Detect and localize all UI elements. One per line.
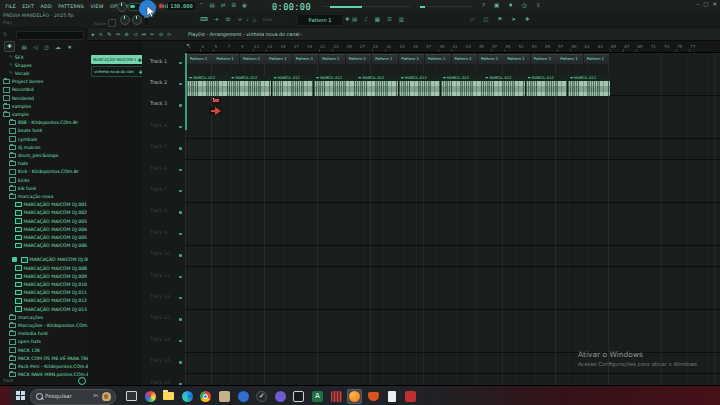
app-bowl[interactable] [366, 389, 381, 404]
minimize-button[interactable]: – [696, 1, 699, 7]
browser-item[interactable]: MARCAÇÃO MAICOM DJ 003 [15, 217, 87, 225]
task-view[interactable] [124, 389, 139, 404]
pattern-clip[interactable]: Pattern 1 [187, 54, 213, 64]
browser-item[interactable]: MARCAÇÃO MAICOM DJ 007 [21, 256, 93, 264]
midi-clip-red-1[interactable] [212, 98, 221, 105]
pattern-clip[interactable]: Pattern 1 [240, 54, 266, 64]
browser-item[interactable]: beats funk [9, 127, 42, 135]
add-panel-icon[interactable]: ✚ [525, 16, 530, 22]
browser-item[interactable]: MARCAÇÃO MAICOM DJ 002 [15, 209, 87, 217]
app-blue[interactable] [236, 389, 251, 404]
track-mute-led[interactable] [179, 83, 182, 86]
add-pattern-button[interactable]: ✚ [345, 16, 350, 22]
monitor-icon[interactable]: ▤ [210, 2, 215, 8]
browser-item[interactable]: MARCAÇÃO MAICOM DJ 012 [15, 297, 87, 305]
browser-item[interactable]: marcação nova [9, 192, 53, 200]
pattern-clip[interactable]: Pattern 1 [372, 54, 398, 64]
countdown-icon[interactable]: △ [253, 16, 257, 22]
track-mute-led[interactable] [179, 318, 182, 321]
track-mute-led[interactable] [179, 190, 182, 193]
app-red-dot[interactable] [403, 389, 418, 404]
browser-tab-add[interactable]: ✚ [4, 41, 15, 52]
browser-item[interactable]: dj malcon [9, 143, 40, 151]
track-mute-led[interactable] [179, 211, 182, 214]
browser-item[interactable]: MARCAÇÃO MAICOM DJ 004 [15, 225, 87, 233]
maximize-button[interactable]: ▢ [703, 1, 708, 7]
audio-clip[interactable]: ≡ MARCA..012 [568, 75, 610, 96]
save-icon[interactable]: ▣ [494, 2, 499, 8]
main-volume-knob[interactable] [117, 2, 127, 12]
browser-scroll-arrows-icon[interactable]: ⇅ [3, 31, 8, 37]
bpm-display[interactable]: 130.000 [168, 2, 195, 10]
pattern-clip[interactable]: Pattern 1 [266, 54, 292, 64]
browser-item[interactable]: MARCAÇÃO MAICOM DJ 010 [15, 280, 87, 288]
picker-item-audio[interactable]: vinheta nova do can ✚ [91, 66, 145, 77]
paint-tool-icon[interactable]: ✑ [116, 31, 120, 37]
pattern-clip[interactable]: Pattern 1 [399, 54, 425, 64]
browser-item[interactable]: PACK 12K [9, 346, 40, 354]
app-red-tile[interactable] [329, 389, 344, 404]
timeline-ruler[interactable]: ▸ 13579111315171921232527293133353739414… [185, 41, 720, 53]
mute-tool-icon[interactable]: ◁ [133, 31, 137, 37]
help-icon[interactable]: ? [482, 2, 485, 8]
audio-clip[interactable]: ≡ MARCA..012 [314, 75, 356, 96]
browser-tab-audio[interactable]: ◁ [33, 44, 37, 50]
browser-item[interactable]: Project bones [3, 78, 43, 86]
slice-tool-icon[interactable]: ✂ [150, 31, 154, 37]
mixer-icon[interactable]: ☰ [387, 16, 392, 22]
browser-item[interactable]: MARCAÇÃO MAICOM DJ 009 [15, 272, 87, 280]
discord[interactable] [273, 389, 288, 404]
browser-item[interactable]: samples [3, 102, 31, 110]
multilink-icon[interactable]: ⇄ [221, 2, 226, 8]
track-mute-led[interactable] [179, 147, 182, 150]
app-beige[interactable] [217, 389, 232, 404]
snap-selector[interactable]: Line [263, 17, 272, 22]
slip-tool-icon[interactable]: ↔ [142, 31, 146, 37]
marker-icon[interactable]: ⚑ [497, 16, 502, 22]
browser-item[interactable]: hats [9, 160, 28, 168]
track-mute-led[interactable] [179, 104, 182, 107]
browser-item[interactable]: MARCAÇÃO MAICOM DJ 005 [15, 233, 87, 241]
audio-clip[interactable]: ≡ MARCA..012 [229, 75, 271, 96]
audio-clip[interactable]: ≡ MARCA..012 [187, 75, 229, 96]
audio-clip[interactable]: ≡ MARCA..012 [272, 75, 314, 96]
session-icon[interactable]: ◉ [242, 2, 247, 8]
browser-item[interactable]: sample [3, 110, 29, 118]
browser-item[interactable]: ∿SFX [9, 53, 24, 61]
start-button[interactable] [16, 391, 25, 400]
browser-toggle-icon[interactable]: ▥ [399, 16, 404, 22]
tap-tempo-icon[interactable]: ◫ [483, 16, 488, 22]
edge[interactable] [180, 389, 195, 404]
piano-roll-icon[interactable]: ♪ [364, 16, 368, 22]
designer[interactable] [143, 389, 158, 404]
browser-item[interactable]: PACK COM OS ME.VÊ PARA TRAP [9, 354, 92, 362]
browser-item[interactable]: MARCAÇÃO MAICOM DJ 013 [15, 305, 87, 313]
browser-item[interactable]: drum_perc&loops [9, 151, 58, 159]
close-button[interactable]: ✕ [712, 1, 717, 7]
browser-item[interactable]: cymbals [9, 135, 37, 143]
track-mute-led[interactable] [179, 340, 182, 343]
menu-view[interactable]: VIEW [87, 4, 107, 9]
recording-icon[interactable]: ♦ [508, 2, 513, 8]
pattern-clip[interactable]: Pattern 1 [504, 54, 530, 64]
track-mute-led[interactable] [179, 62, 182, 65]
play-button-mini-icon[interactable] [108, 19, 116, 27]
browser-search-input[interactable] [16, 31, 84, 40]
track-mute-led[interactable] [179, 297, 182, 300]
typing-keyboard-icon[interactable]: ⌨ [200, 16, 208, 22]
preview-tool-icon[interactable]: ▷ [168, 31, 172, 37]
track-mute-led[interactable] [179, 126, 182, 129]
fl-studio[interactable] [347, 389, 362, 404]
pattern-clip[interactable]: Pattern 1 [346, 54, 372, 64]
app-green-a[interactable]: A [310, 389, 325, 404]
download-icon[interactable]: ⇩ [536, 2, 541, 8]
audio-clip[interactable]: ≡ MARCA..012 [356, 75, 398, 96]
panel-up-icon[interactable]: ⌃ [199, 2, 204, 8]
browser-item[interactable]: Pack Perc - Kitdepontos.COm.Br [9, 362, 91, 370]
menu-patterns[interactable]: PATTERNS [55, 4, 87, 9]
grid-rows[interactable] [185, 53, 720, 385]
select-tool-icon[interactable]: ▸ [92, 31, 95, 37]
picker-item-selected[interactable]: MARCAÇÃO MAICOM 1 ✚ [91, 55, 143, 64]
browser-item[interactable]: MARCAÇÃO MAICOM DJ 006 [15, 242, 87, 250]
pattern-clip[interactable]: Pattern 1 [452, 54, 478, 64]
